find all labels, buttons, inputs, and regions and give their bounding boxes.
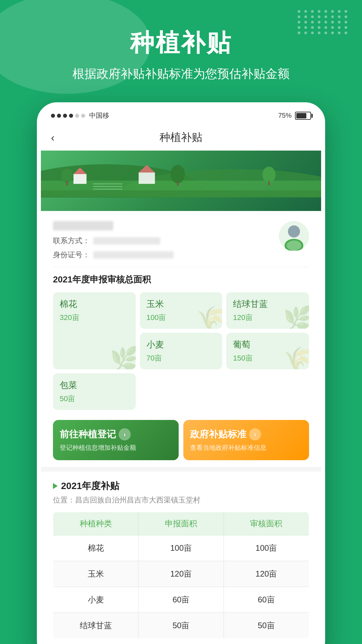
carrier-name: 中国移 [89,111,109,120]
svg-point-9 [171,165,185,183]
standard-subtitle: 查看当地政府补贴标准信息 [190,443,302,452]
signal-dot-5 [75,114,79,118]
subsidy-table: 种植种类 申报面积 审核面积 棉花 100亩 100亩 玉米 [53,512,309,639]
crop-icon-bg-grape: 🌾 [283,345,309,369]
svg-rect-8 [66,180,68,185]
row1-crop: 棉花 [53,535,138,561]
card-divider [53,267,309,267]
phone-frame: 中国移 75% ‹ 种植补贴 [37,102,325,644]
page-subtitle: 根据政府补贴补贴标准为您预估补贴金额 [13,66,349,82]
col-header-crop: 种植种类 [53,512,138,535]
table-header: 种植种类 申报面积 审核面积 [53,512,309,535]
col-header-reviewed: 审核面积 [224,512,309,535]
crop-icon-bg-corn: 🌾 [196,305,222,329]
subsidy-triangle-icon [53,483,58,489]
row3-declared: 60亩 [138,587,224,613]
svg-rect-12 [268,181,270,185]
contact-label: 联系方式： [53,236,90,246]
register-chevron: › [119,428,131,440]
user-card: 联系方式： 身份证号： [41,211,321,420]
crop-card-pakchoi: 包菜 50亩 [53,373,136,410]
signal-dot-4 [69,114,73,118]
id-label: 身份证号： [53,250,90,260]
pakchoi-name: 包菜 [60,379,129,391]
cotton-area: 320亩 [60,313,129,323]
crop-card-corn: 玉米 100亩 🌾 [140,292,223,329]
user-name-blurred [53,221,113,230]
pakchoi-area: 50亩 [60,394,129,404]
signal-dot-2 [57,114,61,118]
row2-declared: 120亩 [138,561,224,587]
register-title: 前往种植登记 › [60,428,172,441]
header-title: 种植补贴 [160,130,202,145]
table-row: 小麦 60亩 60亩 [53,587,309,613]
svg-point-19 [287,240,301,251]
contact-row: 联系方式： [53,236,279,246]
wheat-area: 70亩 [146,353,216,363]
signal-dot-1 [51,114,55,118]
svg-rect-16 [41,191,321,197]
area-section: 2021年度申报审核总面积 棉花 320亩 🌿 玉米 100亩 🌾 [53,274,309,410]
table-body: 棉花 100亩 100亩 玉米 120亩 120亩 小麦 60亩 60亩 [53,535,309,639]
action-row: 前往种植登记 › 登记种植信息增加补贴金额 政府补贴标准 › 查看当地政府补贴标… [41,420,321,467]
battery-percent: 75% [278,112,292,119]
crop-card-cotton: 棉花 320亩 🌿 [53,292,136,369]
banner-area [41,151,321,211]
table-row: 棉花 100亩 100亩 [53,535,309,561]
row1-declared: 100亩 [138,535,224,561]
svg-rect-5 [139,172,155,184]
subsidy-title: 2021年度补贴 [61,480,119,492]
svg-rect-3 [73,174,86,184]
hero-section: 种植补贴 根据政府补贴补贴标准为您预估补贴金额 [0,0,362,96]
phone-mockup: 中国移 75% ‹ 种植补贴 [0,96,362,644]
crop-card-grape: 葡萄 150亩 🌾 [226,333,309,369]
register-button[interactable]: 前往种植登记 › 登记种植信息增加补贴金额 [53,420,179,460]
row2-reviewed: 120亩 [224,561,309,587]
crop-icon-bg-cabbage: 🌿 [283,305,309,329]
status-bar: 中国移 75% [41,106,321,125]
row4-declared: 50亩 [138,613,224,639]
row2-crop: 玉米 [53,561,138,587]
standard-chevron: › [249,428,261,440]
standard-title: 政府补贴标准 › [190,428,302,441]
landscape-illustration [41,151,321,198]
wheat-name: 小麦 [146,339,216,351]
content-area: 联系方式： 身份证号： [41,211,321,644]
register-subtitle: 登记种植信息增加补贴金额 [60,443,172,452]
crop-grid: 棉花 320亩 🌿 玉米 100亩 🌾 结球甘蓝 [53,292,309,410]
area-title: 2021年度申报审核总面积 [53,274,309,285]
row3-reviewed: 60亩 [224,587,309,613]
row3-crop: 小麦 [53,587,138,613]
row1-reviewed: 100亩 [224,535,309,561]
crop-icon-bg: 🌿 [110,345,136,369]
row4-crop: 结球甘蓝 [53,613,138,639]
avatar [279,221,309,251]
svg-point-11 [262,167,276,183]
svg-point-17 [288,225,300,237]
app-header: ‹ 种植补贴 [41,125,321,151]
id-value-blurred [93,251,174,259]
col-header-declared: 申报面积 [138,512,224,535]
cotton-name: 棉花 [60,298,129,310]
contact-value-blurred [93,237,160,245]
battery-fill [296,113,306,118]
svg-rect-10 [177,181,178,186]
signal-dot-6 [81,114,85,118]
id-row: 身份证号： [53,250,279,260]
subsidy-header: 2021年度补贴 [53,480,309,492]
crop-card-cabbage: 结球甘蓝 120亩 🌿 [226,292,309,329]
crop-card-wheat: 小麦 70亩 [140,333,223,369]
table-row: 结球甘蓝 50亩 50亩 [53,613,309,639]
back-button[interactable]: ‹ [51,131,55,144]
user-details: 联系方式： 身份证号： [53,221,279,260]
subsidy-section: 2021年度补贴 位置：昌吉回族自治州昌吉市大西渠镇玉堂村 种植种类 申报面积 … [41,472,321,644]
battery-area: 75% [278,112,311,120]
signal-area: 中国移 [51,111,109,120]
page-title: 种植补贴 [13,27,349,59]
battery-icon [295,112,311,120]
standard-button[interactable]: 政府补贴标准 › 查看当地政府补贴标准信息 [183,420,309,460]
table-row: 玉米 120亩 120亩 [53,561,309,587]
subsidy-location: 位置：昌吉回族自治州昌吉市大西渠镇玉堂村 [53,495,309,505]
row4-reviewed: 50亩 [224,613,309,639]
signal-dot-3 [63,114,67,118]
